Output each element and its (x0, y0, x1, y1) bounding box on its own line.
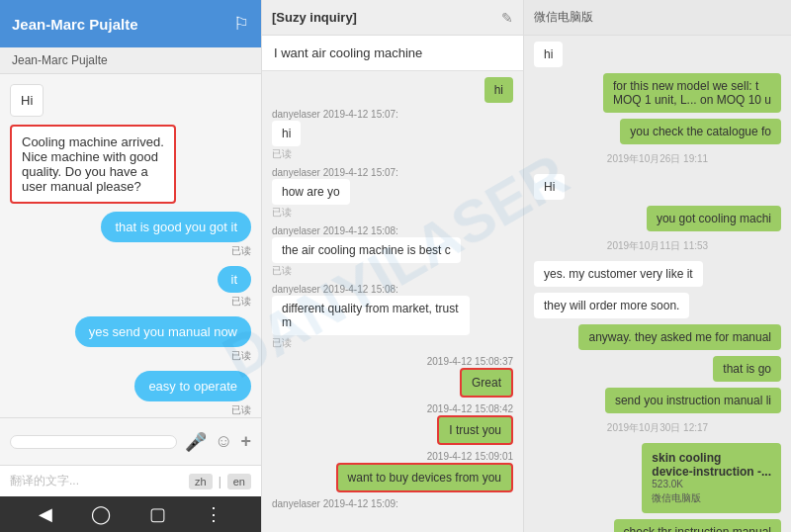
read-label-3: 已读 (231, 349, 251, 363)
right-chat-area: hi for this new model we sell: tMOQ 1 un… (524, 36, 791, 532)
right-chat-panel: 微信电脑版 hi for this new model we sell: tMO… (524, 0, 791, 532)
r-send-instruction: send you instruction manual li (605, 388, 781, 413)
r-hi-2: Hi (534, 174, 565, 200)
middle-header: [Suzy inquiry] ✎ (262, 0, 523, 36)
r-customer-like: yes. my customer very like it (534, 261, 703, 287)
m-hi: hi (484, 77, 513, 103)
m-great: Great (460, 368, 513, 398)
r-order-soon: they will order more soon. (534, 293, 689, 318)
square-icon[interactable]: ▢ (149, 503, 166, 525)
r-file-bubble: skin coolingdevice-instruction -... 523.… (642, 443, 781, 513)
m-want-buy: want to buy devices from you (336, 463, 513, 492)
lang-zh[interactable]: zh (189, 474, 213, 489)
emoji-icon[interactable]: ☺ (215, 431, 232, 452)
middle-header-name: [Suzy inquiry] (272, 10, 357, 25)
r-date-3: 2019年10月30日 12:17 (534, 421, 781, 435)
middle-chat-area: hi danyelaser 2019-4-12 15:07: hi 已读 dan… (262, 71, 523, 532)
m-date-trust: 2019-4-12 15:08:42 (427, 403, 513, 414)
back-icon[interactable]: ◀ (39, 503, 52, 525)
msg-cooling: Cooling machine arrived.Nice machine wit… (10, 125, 176, 204)
translate-bar: 翻译的文字... zh | en (0, 465, 261, 496)
read-label-1: 已读 (231, 244, 251, 258)
left-input-field[interactable] (10, 435, 177, 449)
r-file-name: skin coolingdevice-instruction -... (652, 451, 771, 479)
m-diff-quality: different quality from market, trust m (272, 296, 470, 335)
contact-name: Jean-Marc Pujalte (0, 47, 261, 74)
m-danye-hi: hi (272, 121, 301, 146)
lang-sep: | (219, 475, 221, 488)
r-date-2: 2019年10月11日 11:53 (534, 239, 781, 253)
m-date-buy: 2019-4-12 15:09:01 (427, 451, 513, 462)
lang-en[interactable]: en (227, 474, 251, 489)
right-header-text: 微信电脑版 (534, 9, 593, 26)
already-read-1: 已读 (272, 147, 292, 161)
edit-icon[interactable]: ✎ (501, 10, 513, 26)
middle-chat-panel: [Suzy inquiry] ✎ I want air cooling mach… (262, 0, 524, 532)
left-input-bar: 🎤 ☺ + (0, 417, 261, 465)
msg-it: it (218, 266, 252, 293)
left-chat-panel: Jean-Marc Pujalte ⚐ Jean-Marc Pujalte Hi… (0, 0, 262, 532)
r-hi: hi (534, 42, 563, 67)
m-trust-you: I trust you (437, 415, 513, 445)
r-that-is-go: that is go (713, 356, 781, 382)
m-meta-1: danyelaser 2019-4-12 15:07: (272, 109, 513, 120)
add-icon[interactable]: + (240, 431, 251, 452)
person-icon: ⚐ (233, 13, 249, 35)
msg-easy: easy to operate (134, 371, 251, 401)
m-date-great: 2019-4-12 15:08:37 (427, 356, 513, 367)
already-read-2: 已读 (272, 206, 292, 220)
r-got-cooling: you got cooling machi (647, 206, 781, 231)
msg-hi: Hi (10, 84, 44, 117)
r-new-model: for this new model we sell: tMOQ 1 unit,… (603, 73, 781, 113)
r-file-source: 微信电脑版 (652, 491, 771, 505)
left-header-title: Jean-Marc Pujalte (12, 16, 138, 33)
m-meta-last: danyelaser 2019-4-12 15:09: (272, 498, 513, 509)
left-chat-area: Hi Cooling machine arrived.Nice machine … (0, 74, 261, 417)
r-file-size: 523.0K (652, 479, 771, 489)
m-how-are: how are yo (272, 179, 350, 205)
r-check-instruction: check thr instruction manual (614, 519, 781, 532)
mic-icon[interactable]: 🎤 (185, 431, 207, 453)
msg-that-is-good: that is good you got it (101, 212, 251, 242)
m-air-cooling: the air cooling machine is best c (272, 237, 461, 263)
already-read-4: 已读 (272, 336, 292, 350)
r-date-1: 2019年10月26日 19:11 (534, 152, 781, 166)
m-meta-4: danyelaser 2019-4-12 15:08: (272, 284, 513, 295)
m-meta-2: danyelaser 2019-4-12 15:07: (272, 167, 513, 178)
read-label-2: 已读 (231, 295, 251, 309)
left-header: Jean-Marc Pujalte ⚐ (0, 0, 261, 47)
nav-bar: ◀ ◯ ▢ ⋮ (0, 496, 261, 532)
right-header: 微信电脑版 (524, 0, 791, 36)
msg-yes-send: yes send you manual now (75, 316, 251, 347)
translate-placeholder: 翻译的文字... (10, 473, 183, 489)
r-check-catalogue: you check the catalogue fo (620, 119, 781, 144)
menu-icon[interactable]: ⋮ (205, 503, 222, 525)
r-asked-manual: anyway. they asked me for manual (578, 324, 781, 350)
read-label-4: 已读 (231, 403, 251, 417)
middle-top-message: I want air cooling machine (262, 36, 523, 71)
m-meta-3: danyelaser 2019-4-12 15:08: (272, 225, 513, 236)
already-read-3: 已读 (272, 264, 292, 278)
home-icon[interactable]: ◯ (91, 503, 111, 525)
